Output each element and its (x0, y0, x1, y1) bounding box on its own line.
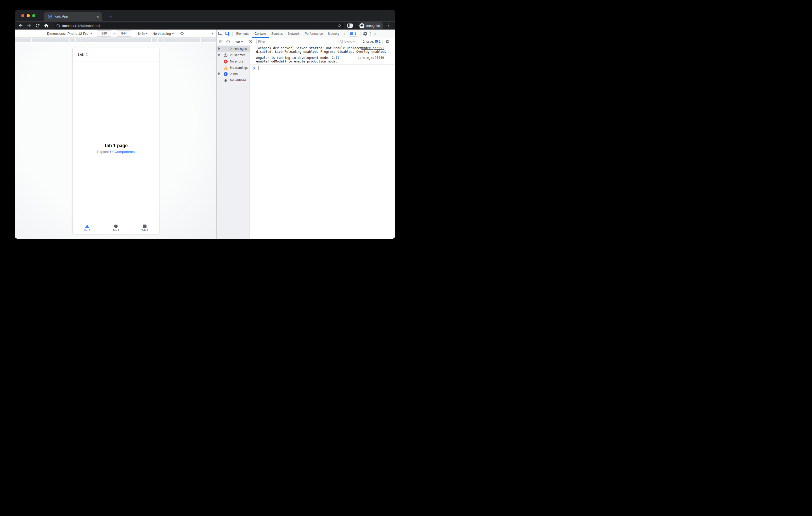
incognito-label: Incognito (366, 24, 380, 28)
app-tab-1[interactable]: Tab 1 (73, 222, 102, 234)
sidebar-item-label: 2 messages (230, 47, 247, 51)
tab-network[interactable]: Network (285, 30, 302, 38)
device-pane: Dimensions: iPhone 12 Pro × 84% No throt… (15, 30, 216, 239)
home-button[interactable] (44, 23, 49, 28)
devtools-tab-bar: Elements Console Sources Network Perform… (216, 30, 395, 38)
devtools-menu-icon[interactable] (370, 32, 371, 35)
context-selector[interactable]: top (235, 40, 243, 43)
chevron-down-icon (353, 41, 355, 42)
warning-icon (224, 66, 228, 69)
app-content: Tab 1 page Explore UI Components (73, 61, 159, 222)
console-toolbar: top All levels 1 Issue: 1 (216, 38, 395, 45)
console-messages: [webpack-dev-server] Server started: Hot… (250, 45, 395, 239)
info-icon: i (224, 72, 228, 76)
sidebar-item-label: No verbose (230, 79, 246, 82)
traffic-minimize-button[interactable] (27, 14, 30, 17)
log-levels-dropdown[interactable]: All levels (340, 40, 355, 43)
tab-console[interactable]: Console (252, 30, 269, 38)
console-message-line: enableProdMode() to enable production mo… (256, 60, 384, 63)
settings-gear-icon[interactable] (363, 31, 368, 36)
dimensions-separator: × (113, 32, 115, 35)
window-content: Dimensions: iPhone 12 Pro × 84% No throt… (15, 30, 395, 239)
ui-components-link[interactable]: UI Components (110, 150, 135, 154)
sidebar-item-user-messages[interactable]: 2 user mes… (216, 52, 250, 58)
console-settings-gear-icon[interactable] (385, 39, 389, 44)
app-tab-bar: Tab 1 Tab 2 Tab 3 (73, 222, 159, 234)
url-path: :4200/tabs/tab1 (76, 24, 100, 28)
console-prompt[interactable] (250, 65, 395, 70)
list-icon (224, 47, 228, 51)
issues-count: 1 (379, 40, 381, 43)
bookmark-star-icon[interactable] (337, 23, 342, 28)
issues-counter-button[interactable]: 1 (348, 31, 358, 37)
tab-memory[interactable]: Memory (325, 30, 342, 38)
chevron-down-icon (241, 41, 243, 42)
app-welcome-block: Tab 1 page Explore UI Components (73, 143, 159, 154)
dimensions-dropdown[interactable]: Dimensions: iPhone 12 Pro (47, 32, 88, 35)
chevron-down-icon (172, 33, 174, 34)
throttling-dropdown[interactable]: No throttling (152, 32, 171, 35)
side-panel-icon[interactable] (347, 24, 353, 28)
console-message-line: disabled, Live Reloading enabled, Progre… (256, 50, 384, 54)
tab-sources[interactable]: Sources (269, 30, 285, 38)
triangle-icon (85, 224, 89, 228)
forward-button[interactable] (26, 23, 32, 28)
sidebar-item-info[interactable]: i 2 info (216, 71, 250, 77)
console-filter-input[interactable] (256, 39, 338, 44)
sidebar-item-warnings[interactable]: No warnings (216, 65, 250, 71)
incognito-badge[interactable]: Incognito (358, 22, 383, 29)
tab-performance[interactable]: Performance (302, 30, 325, 38)
bug-icon (224, 79, 228, 82)
url-host: localhost (62, 24, 76, 28)
error-icon: ✕ (224, 60, 228, 63)
user-icon (224, 53, 228, 57)
new-tab-button[interactable]: + (107, 12, 115, 20)
source-link[interactable]: index.js:551 (361, 47, 384, 50)
device-height-input[interactable] (117, 30, 131, 37)
expand-triangle-icon[interactable] (219, 53, 222, 57)
sidebar-item-errors[interactable]: ✕ No errors (216, 58, 250, 65)
devtools-close-icon[interactable]: × (374, 31, 376, 36)
zoom-dropdown[interactable]: 84% (138, 32, 145, 35)
issues-label: 1 Issue: (363, 40, 374, 43)
app-tab-3[interactable]: Tab 3 (130, 222, 159, 234)
source-link[interactable]: core.mjs:25449 (357, 56, 384, 60)
issues-chat-icon (350, 32, 353, 35)
device-width-input[interactable] (97, 30, 111, 37)
ionic-favicon (48, 14, 52, 19)
browser-window: Ionic App × + localhost:4200/tabs/tab1 (15, 10, 395, 239)
site-info-icon[interactable] (56, 24, 60, 28)
tab-elements[interactable]: Elements (234, 30, 252, 38)
back-button[interactable] (18, 23, 23, 28)
traffic-zoom-button[interactable] (32, 14, 35, 17)
tab-close-icon[interactable]: × (96, 14, 99, 19)
screenshot-root: { "window": { "tab_title": "Ionic App", … (0, 0, 406, 258)
app-tab-2[interactable]: Tab 2 (102, 222, 130, 234)
tab-title: Ionic App (54, 14, 96, 18)
rotate-device-icon[interactable] (180, 31, 184, 36)
reload-button[interactable] (35, 23, 40, 28)
sidebar-item-messages[interactable]: 2 messages (216, 46, 250, 52)
expand-triangle-icon[interactable] (219, 47, 222, 51)
ellipse-icon (114, 224, 118, 228)
incognito-icon (359, 23, 365, 28)
traffic-close-button[interactable] (21, 14, 24, 17)
device-toolbar-toggle-icon[interactable] (225, 31, 230, 36)
device-toolbar-menu-icon[interactable] (212, 32, 213, 35)
browser-tab[interactable]: Ionic App × (44, 12, 102, 21)
expand-triangle-icon[interactable] (219, 72, 222, 76)
device-viewport: Tab 1 Tab 1 page Explore UI Components T… (73, 48, 159, 234)
console-sidebar-toggle-icon[interactable] (219, 39, 224, 44)
app-header-title: Tab 1 (77, 52, 88, 57)
media-query-bar[interactable] (15, 38, 216, 42)
inspect-element-icon[interactable] (218, 31, 223, 36)
sidebar-item-verbose[interactable]: No verbose (216, 77, 250, 83)
issues-button[interactable]: 1 Issue: 1 (361, 39, 383, 44)
live-expression-eye-icon[interactable] (248, 39, 253, 44)
url-bar[interactable]: localhost:4200/tabs/tab1 (54, 23, 344, 29)
console-message: [webpack-dev-server] Server started: Hot… (250, 45, 395, 55)
console-body: 2 messages 2 user mes… ✕ No errors (216, 45, 395, 239)
browser-menu-icon[interactable] (388, 24, 389, 27)
more-tabs-icon[interactable]: » (344, 32, 346, 36)
clear-console-icon[interactable] (226, 39, 230, 44)
